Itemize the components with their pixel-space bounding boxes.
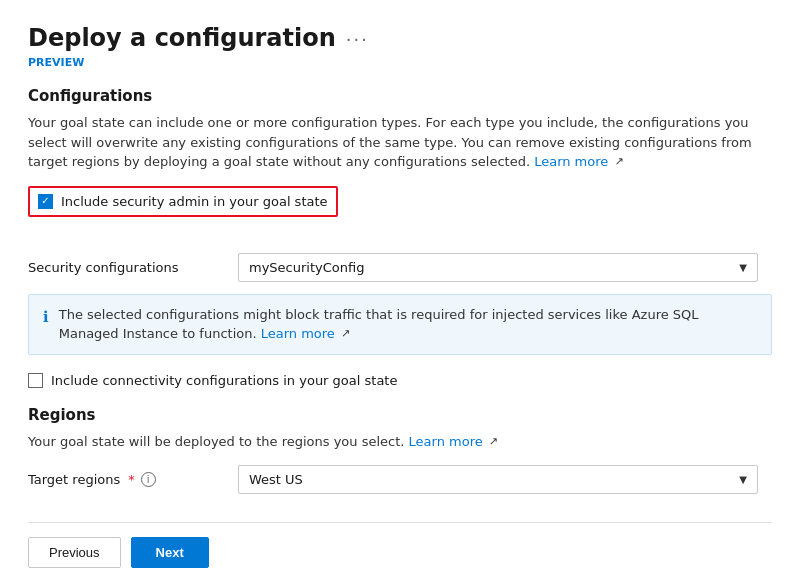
configurations-description: Your goal state can include one or more … xyxy=(28,113,772,172)
info-box-learn-more-link[interactable]: Learn more xyxy=(261,326,335,341)
security-info-box: ℹ The selected configurations might bloc… xyxy=(28,294,772,355)
regions-section-title: Regions xyxy=(28,406,772,424)
configurations-section: Configurations Your goal state can inclu… xyxy=(28,87,772,388)
next-button[interactable]: Next xyxy=(131,537,209,568)
regions-learn-more-link[interactable]: Learn more xyxy=(409,434,483,449)
previous-button[interactable]: Previous xyxy=(28,537,121,568)
dropdown-arrow-icon: ▼ xyxy=(739,262,747,273)
security-admin-checkbox-row[interactable]: ✓ Include security admin in your goal st… xyxy=(28,186,338,217)
target-regions-label: Target regions * i xyxy=(28,472,238,487)
checkbox-check-icon: ✓ xyxy=(41,196,49,206)
connectivity-checkbox-row[interactable]: Include connectivity configurations in y… xyxy=(28,373,772,388)
preview-badge: PREVIEW xyxy=(28,56,772,69)
target-regions-row: Target regions * i West US ▼ xyxy=(28,465,772,494)
security-admin-checkbox-label: Include security admin in your goal stat… xyxy=(61,194,328,209)
info-box-text: The selected configurations might block … xyxy=(59,305,757,344)
security-config-dropdown[interactable]: mySecurityConfig ▼ xyxy=(238,253,758,282)
configurations-section-title: Configurations xyxy=(28,87,772,105)
more-options-button[interactable]: ··· xyxy=(346,29,369,50)
configurations-learn-more-link[interactable]: Learn more xyxy=(534,154,608,169)
regions-section: Regions Your goal state will be deployed… xyxy=(28,406,772,495)
target-regions-value: West US xyxy=(249,472,303,487)
regions-description: Your goal state will be deployed to the … xyxy=(28,432,772,452)
security-admin-checkbox[interactable]: ✓ xyxy=(38,194,53,209)
target-regions-info-icon[interactable]: i xyxy=(141,472,156,487)
security-config-row: Security configurations mySecurityConfig… xyxy=(28,253,772,282)
target-regions-dropdown-arrow-icon: ▼ xyxy=(739,474,747,485)
page-title: Deploy a configuration xyxy=(28,24,336,52)
target-regions-dropdown[interactable]: West US ▼ xyxy=(238,465,758,494)
connectivity-checkbox-label: Include connectivity configurations in y… xyxy=(51,373,397,388)
connectivity-checkbox[interactable] xyxy=(28,373,43,388)
security-config-label: Security configurations xyxy=(28,260,238,275)
info-learn-more-external-icon: ↗ xyxy=(341,326,350,343)
regions-learn-more-external-icon: ↗ xyxy=(489,434,498,451)
required-asterisk: * xyxy=(128,472,135,487)
info-circle-icon: ℹ xyxy=(43,306,49,329)
security-config-value: mySecurityConfig xyxy=(249,260,364,275)
learn-more-external-icon: ↗ xyxy=(614,154,623,171)
footer: Previous Next xyxy=(28,522,772,568)
